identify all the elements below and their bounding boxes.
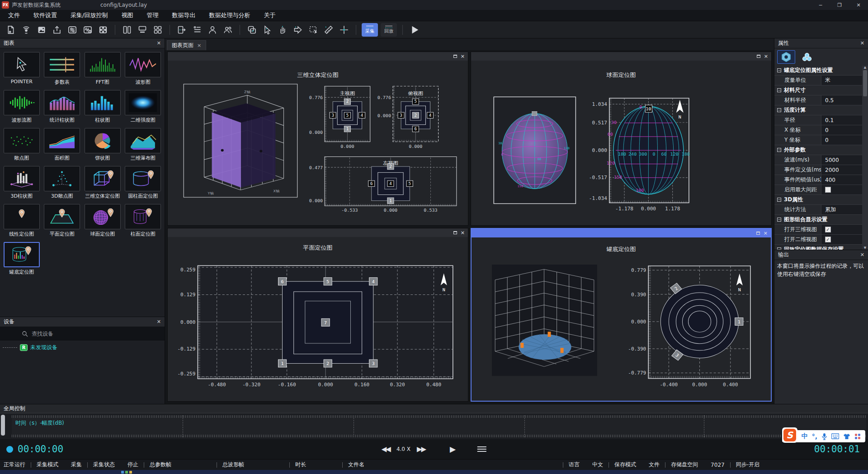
menu-software-settings[interactable]: 软件设置 [33, 11, 57, 19]
prop-group-3d-attrs[interactable]: −3D属性 [774, 195, 862, 205]
gallery-item-tank-bottom-location[interactable]: 罐底定位图 [3, 242, 41, 275]
taskbar-app-icon[interactable] [125, 471, 128, 474]
prop-value[interactable]: 0 [821, 125, 862, 135]
image-icon[interactable] [35, 24, 48, 36]
os-taskbar[interactable] [0, 470, 868, 474]
gallery-item-sphere-location[interactable]: 球面定位图 [84, 204, 122, 237]
prop-value[interactable]: 累加 [821, 205, 862, 214]
gallery-item-scatter-chart[interactable]: 散点图 [3, 128, 41, 161]
layout-split-horizontal-icon[interactable] [136, 24, 149, 36]
prop-value[interactable]: 米 [821, 76, 862, 85]
collapse-icon[interactable]: − [777, 148, 781, 152]
scroll-up-icon[interactable]: ▲ [864, 66, 866, 69]
panel1-restore-icon[interactable] [453, 55, 457, 58]
new-report-icon[interactable] [5, 24, 17, 36]
ime-keyboard-icon[interactable] [831, 433, 839, 439]
ime-toolbox-icon[interactable] [854, 433, 861, 440]
gallery-item-waveform-stream[interactable]: 波形流图 [3, 90, 41, 123]
acquire-mode-button[interactable]: 采集 [362, 23, 378, 37]
collapse-icon[interactable]: − [777, 108, 781, 112]
waveform-settings-icon[interactable] [81, 24, 94, 36]
gallery-item-plane-location[interactable]: 平面定位图 [43, 204, 81, 237]
play-button[interactable] [408, 24, 421, 36]
prop-group-activity-calc[interactable]: −活度计算 [774, 105, 862, 115]
gallery-item-cylinder-location[interactable]: 柱面定位图 [124, 204, 162, 237]
gallery-item-parameter-table[interactable]: 参数表 [43, 52, 81, 85]
collapse-icon[interactable]: − [777, 68, 781, 72]
collapse-icon[interactable]: − [777, 247, 781, 250]
transport-menu-icon[interactable] [477, 446, 486, 452]
taskbar-app-icon[interactable] [129, 471, 132, 474]
prop-value[interactable]: 0.5 [821, 95, 862, 105]
menu-acquire-replay-control[interactable]: 采集/回放控制 [71, 11, 108, 19]
gallery-item-fft-chart[interactable]: FFT图 [84, 52, 122, 85]
tab-close-icon[interactable]: × [197, 43, 201, 48]
gallery-item-cylinder-surface-location[interactable]: 圆柱面定位图 [124, 166, 162, 199]
playback-speed[interactable]: 4.0 X [396, 446, 410, 452]
panel-3d-cube-location[interactable]: × 三维立体定位图 [167, 52, 468, 226]
jump-arrow-icon[interactable] [292, 24, 304, 36]
menu-about[interactable]: 关于 [264, 11, 275, 19]
record-signal-icon[interactable] [20, 24, 33, 36]
minimize-button[interactable]: ─ [811, 0, 830, 10]
taskbar-app-icon[interactable] [121, 471, 124, 474]
ime-skin-icon[interactable] [843, 433, 850, 440]
prop-group-tank-settings[interactable]: −罐底定位图属性设置 [774, 66, 862, 76]
menu-manage[interactable]: 管理 [146, 11, 158, 19]
panel2-restore-icon[interactable] [757, 55, 760, 58]
gallery-item-pie-chart[interactable]: 饼状图 [84, 128, 122, 161]
gallery-item-linear-location[interactable]: 线性定位图 [3, 204, 41, 237]
panel-plane-location[interactable]: × 平面定位图 [167, 228, 468, 402]
ime-logo-icon[interactable]: S [782, 427, 797, 443]
max-distance-checkbox[interactable] [825, 187, 831, 193]
playback-play-button[interactable]: ▶ [450, 445, 456, 454]
ruler-tool-icon[interactable] [322, 24, 335, 36]
list-view-icon[interactable] [191, 24, 203, 36]
collapse-icon[interactable]: − [777, 218, 781, 222]
prop-value[interactable]: 5000 [821, 155, 862, 165]
properties-close-icon[interactable]: ✕ [860, 40, 864, 46]
clone-window-icon[interactable] [245, 24, 258, 36]
rewind-button[interactable]: ◀◀ [382, 445, 390, 453]
collapse-icon[interactable]: − [777, 198, 781, 202]
ime-mode-chinese[interactable]: 中 [802, 432, 808, 441]
layout-grid-icon[interactable] [151, 24, 164, 36]
panel-sphere-location[interactable]: × 球面定位图 [471, 52, 772, 226]
pointer-tool-icon[interactable] [261, 24, 274, 36]
prop-group-external-params[interactable]: −外部参数 [774, 145, 862, 155]
scrollbar-thumb[interactable] [863, 70, 867, 96]
open-2d-view-checkbox[interactable]: ✓ [825, 237, 831, 242]
prop-value[interactable]: 0.1 [821, 115, 862, 125]
open-3d-view-checkbox[interactable]: ✓ [825, 227, 831, 232]
collapse-icon[interactable]: − [777, 88, 781, 92]
gallery-item-3d-waterfall[interactable]: 三维瀑布图 [124, 128, 162, 161]
gallery-item-2d-intensity[interactable]: 二维强度图 [124, 90, 162, 123]
panel4-close-icon[interactable]: × [764, 231, 768, 236]
menu-file[interactable]: 文件 [8, 11, 20, 19]
close-button[interactable]: ✕ [849, 0, 868, 10]
export-data-icon[interactable] [51, 24, 63, 36]
users-icon[interactable] [222, 24, 234, 36]
gallery-item-waveform-chart[interactable]: 波形图 [124, 52, 162, 85]
prop-group-display-settings[interactable]: −图形组合显示设置 [774, 215, 862, 225]
menu-data-export[interactable]: 数据导出 [172, 11, 195, 19]
panel2-close-icon[interactable]: × [764, 54, 768, 59]
marquee-select-icon[interactable] [307, 24, 320, 36]
gallery-item-bar-chart[interactable]: 柱状图 [84, 90, 122, 123]
device-tree-item[interactable]: R 未发现设备 [0, 341, 165, 354]
prop-value[interactable]: 0 [821, 135, 862, 145]
gallery-item-area-chart[interactable]: 面积图 [43, 128, 81, 161]
panel4-restore-icon[interactable] [756, 232, 760, 235]
hexagon-properties-icon[interactable] [777, 50, 795, 64]
layout-split-vertical-icon[interactable] [121, 24, 133, 36]
crosshair-tool-icon[interactable] [338, 24, 350, 36]
prop-group-material-size[interactable]: −材料尺寸 [774, 85, 862, 95]
chart-gallery-close-icon[interactable]: ✕ [157, 40, 161, 46]
exit-panel-icon[interactable] [175, 24, 188, 36]
settings-sliders-icon[interactable] [66, 24, 79, 36]
fast-forward-button[interactable]: ▶▶ [417, 445, 425, 453]
ime-punctuation-icon[interactable]: °, [812, 433, 817, 440]
device-search-input[interactable]: 查找设备 [0, 327, 165, 341]
menu-data-analysis[interactable]: 数据处理与分析 [209, 11, 250, 19]
devices-close-icon[interactable]: ✕ [157, 319, 161, 325]
